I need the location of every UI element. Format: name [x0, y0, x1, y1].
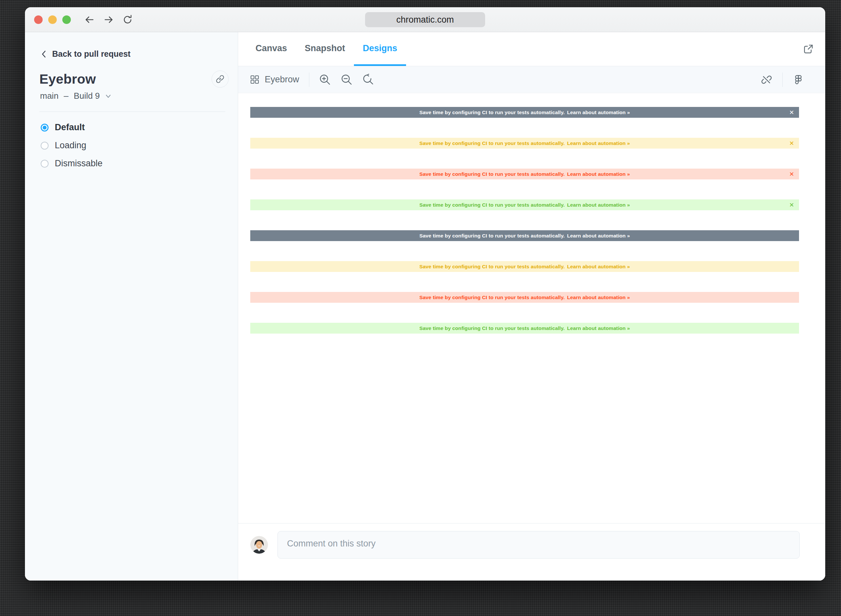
- eyebrow-close-icon[interactable]: ✕: [789, 110, 794, 116]
- sidebar-divider: [40, 111, 225, 112]
- eyebrow-red-dismissable: Save time by configuring CI to run your …: [250, 169, 799, 179]
- tab-bar: CanvasSnapshotDesigns: [238, 32, 825, 66]
- variant-label: Loading: [55, 140, 86, 151]
- url-bar[interactable]: chromatic.com: [365, 12, 485, 27]
- browser-titlebar: chromatic.com: [25, 7, 825, 32]
- tab-snapshot[interactable]: Snapshot: [296, 32, 354, 66]
- tab-canvas[interactable]: Canvas: [247, 32, 296, 66]
- open-external-button[interactable]: [802, 43, 814, 55]
- component-name-label[interactable]: Eyebrow: [265, 75, 299, 85]
- eyebrow-message: Save time by configuring CI to run your …: [419, 171, 564, 177]
- comment-input[interactable]: [277, 531, 800, 559]
- eyebrow-red: Save time by configuring CI to run your …: [250, 292, 799, 303]
- forward-icon[interactable]: [103, 14, 114, 25]
- variant-label: Dismissable: [55, 158, 103, 169]
- eyebrow-close-icon[interactable]: ✕: [789, 171, 794, 177]
- eyebrow-message: Save time by configuring CI to run your …: [419, 110, 564, 116]
- reload-icon[interactable]: [122, 14, 133, 25]
- sidebar: Back to pull request Eyebrow main – Buil…: [25, 32, 238, 581]
- chevron-left-icon: [41, 50, 47, 59]
- eyebrow-automation-link[interactable]: Learn about automation »: [567, 233, 630, 239]
- variant-row-default[interactable]: Default: [41, 122, 238, 132]
- browser-window: chromatic.com Back to pull request Eyebr…: [25, 7, 825, 581]
- eyebrow-message: Save time by configuring CI to run your …: [419, 233, 564, 239]
- branch-build-separator: –: [64, 91, 68, 101]
- radio-default[interactable]: [41, 124, 48, 132]
- eyebrow-message: Save time by configuring CI to run your …: [419, 140, 564, 146]
- zoom-out-icon[interactable]: [341, 74, 353, 86]
- chevron-down-icon: [105, 93, 111, 100]
- window-controls: [34, 15, 71, 24]
- variant-row-loading[interactable]: Loading: [41, 140, 238, 151]
- minimize-window-button[interactable]: [48, 15, 57, 24]
- close-window-button[interactable]: [34, 15, 42, 24]
- back-icon[interactable]: [84, 14, 95, 25]
- eyebrow-gray-dismissable: Save time by configuring CI to run your …: [250, 107, 799, 118]
- tabs: CanvasSnapshotDesigns: [247, 32, 406, 66]
- copy-link-button[interactable]: [212, 70, 229, 88]
- variant-row-dismissable[interactable]: Dismissable: [41, 158, 238, 169]
- eyebrow-automation-link[interactable]: Learn about automation »: [567, 110, 630, 116]
- eyebrow-gold: Save time by configuring CI to run your …: [250, 261, 799, 272]
- toolbar-divider: [309, 72, 309, 87]
- eyebrow-green-dismissable: Save time by configuring CI to run your …: [250, 199, 799, 210]
- eyebrow-gold-dismissable: Save time by configuring CI to run your …: [250, 138, 799, 148]
- app-content: Back to pull request Eyebrow main – Buil…: [25, 32, 825, 581]
- figma-icon[interactable]: [793, 74, 804, 86]
- eyebrow-message: Save time by configuring CI to run your …: [419, 295, 564, 301]
- variant-radio-group: DefaultLoadingDismissable: [41, 122, 238, 169]
- eyebrow-green: Save time by configuring CI to run your …: [250, 323, 799, 334]
- component-grid-icon: [250, 75, 259, 84]
- browser-nav: [84, 14, 133, 25]
- unlink-design-icon[interactable]: [760, 74, 772, 86]
- back-to-pull-request-link[interactable]: Back to pull request: [41, 49, 238, 59]
- canvas-toolbar: Eyebrow: [238, 66, 825, 93]
- page-title: Eyebrow: [40, 72, 96, 87]
- eyebrow-message: Save time by configuring CI to run your …: [419, 264, 564, 270]
- avatar: [250, 536, 268, 554]
- url-text: chromatic.com: [396, 15, 454, 25]
- link-icon: [216, 75, 224, 83]
- reset-zoom-icon[interactable]: [362, 74, 374, 86]
- eyebrow-close-icon[interactable]: ✕: [789, 202, 794, 208]
- eyebrow-automation-link[interactable]: Learn about automation »: [567, 295, 630, 301]
- eyebrow-automation-link[interactable]: Learn about automation »: [567, 171, 630, 177]
- eyebrow-gray: Save time by configuring CI to run your …: [250, 230, 799, 241]
- eyebrow-automation-link[interactable]: Learn about automation »: [567, 202, 630, 208]
- build-selector[interactable]: main – Build 9: [40, 91, 238, 101]
- eyebrow-message: Save time by configuring CI to run your …: [419, 202, 564, 208]
- comment-bar: [238, 523, 825, 581]
- back-link-label: Back to pull request: [52, 49, 130, 59]
- eyebrow-automation-link[interactable]: Learn about automation »: [567, 326, 630, 331]
- branch-label: main: [40, 91, 59, 101]
- eyebrow-automation-link[interactable]: Learn about automation »: [567, 264, 630, 270]
- tab-designs[interactable]: Designs: [354, 32, 406, 66]
- toolbar-right-group: [760, 72, 804, 87]
- story-title-row: Eyebrow: [25, 59, 238, 88]
- story-canvas: Save time by configuring CI to run your …: [238, 93, 825, 523]
- eyebrow-close-icon[interactable]: ✕: [789, 140, 794, 146]
- variant-label: Default: [55, 122, 85, 132]
- zoom-window-button[interactable]: [62, 15, 71, 24]
- eyebrow-message: Save time by configuring CI to run your …: [419, 326, 564, 331]
- build-label: Build 9: [74, 91, 100, 101]
- radio-loading[interactable]: [41, 142, 48, 150]
- external-link-icon: [802, 43, 814, 55]
- main-panel: CanvasSnapshotDesigns Eyebrow: [238, 32, 825, 581]
- radio-dismissable[interactable]: [41, 160, 48, 168]
- eyebrow-automation-link[interactable]: Learn about automation »: [567, 140, 630, 146]
- zoom-in-icon[interactable]: [319, 74, 331, 86]
